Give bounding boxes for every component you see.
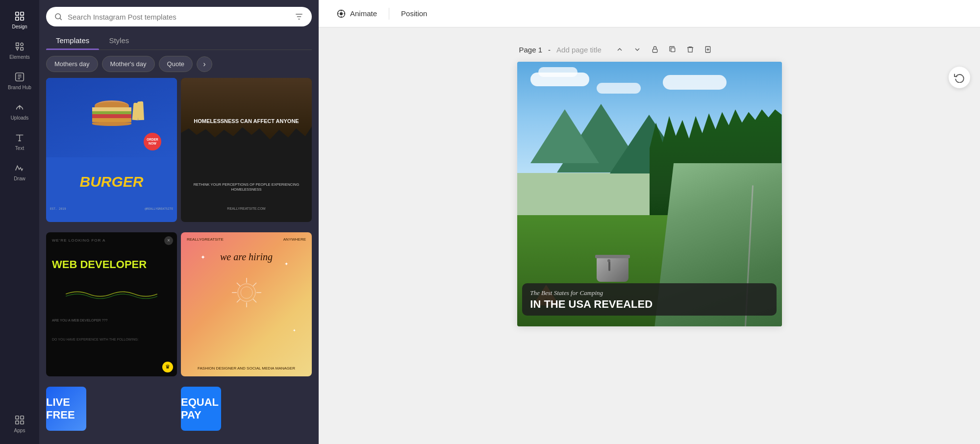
svg-line-18 xyxy=(237,283,240,286)
svg-rect-25 xyxy=(671,48,675,52)
sidebar-item-design-label: Design xyxy=(12,24,27,29)
svg-rect-0 xyxy=(16,12,19,15)
duplicate-button[interactable] xyxy=(665,42,680,57)
homeless-url: REALLYREATSITE.COM xyxy=(181,207,312,210)
sidebar-item-uploads[interactable]: Uploads xyxy=(0,96,39,126)
star-1: ✦ xyxy=(201,254,205,261)
svg-point-12 xyxy=(238,284,255,301)
chip-quote[interactable]: Quote xyxy=(159,56,193,72)
sidebar-item-elements-label: Elements xyxy=(9,54,30,60)
mountain-2 xyxy=(530,109,599,163)
sidebar-item-design[interactable]: Design xyxy=(0,5,39,35)
sidebar: Design Elements Brand Hub Uploads Text xyxy=(0,0,39,444)
brand-hub-icon xyxy=(14,72,25,82)
tab-styles[interactable]: Styles xyxy=(99,31,139,49)
svg-line-21 xyxy=(237,299,240,302)
grid-icon xyxy=(14,11,25,22)
animate-button[interactable]: Animate xyxy=(328,5,385,23)
page-header: Page 1 - Add page title xyxy=(517,42,715,57)
svg-point-4 xyxy=(21,43,24,46)
svg-rect-24 xyxy=(653,49,657,52)
add-page-button[interactable] xyxy=(701,42,715,57)
template-card-hiring[interactable]: REALLYGREATSITE ANYWHERE xyxy=(181,232,312,376)
duplicate-icon xyxy=(669,46,677,53)
trash-icon xyxy=(686,46,694,53)
main-area: Animate Position Page 1 - Add page title xyxy=(319,0,980,444)
webdev-body: DO YOU HAVE EXPERIENCE WITH THE FOLLOWIN… xyxy=(52,338,171,341)
sidebar-item-uploads-label: Uploads xyxy=(11,115,29,121)
svg-rect-7 xyxy=(16,416,19,419)
animate-label: Animate xyxy=(350,9,377,18)
lock-button[interactable] xyxy=(648,42,662,57)
chevron-up-button[interactable] xyxy=(612,42,627,57)
svg-rect-8 xyxy=(21,416,24,419)
canvas-page[interactable]: The Best States for Camping IN THE USA R… xyxy=(517,62,782,326)
cloud-2 xyxy=(597,83,641,94)
sidebar-item-draw[interactable]: Draw xyxy=(0,157,39,187)
search-input[interactable] xyxy=(68,13,289,21)
sidebar-item-draw-label: Draw xyxy=(14,176,25,181)
hiring-top: REALLYGREATSITE ANYWHERE xyxy=(187,237,306,242)
homeless-text: HOMELESSNESS CAN AFFECT ANYONE xyxy=(181,114,312,128)
sidebar-item-brand-hub[interactable]: Brand Hub xyxy=(0,66,39,96)
svg-rect-10 xyxy=(21,421,24,424)
svg-rect-3 xyxy=(21,17,24,20)
draw-icon xyxy=(14,163,25,173)
left-panel: Templates Styles Mothers day Mother's da… xyxy=(39,0,319,444)
burger-badge: ORDER NOW xyxy=(144,133,161,150)
template-card-burger[interactable]: ORDER NOW BURGER EST. 2019 @REALLYGREATS… xyxy=(46,78,177,222)
filter-icon[interactable] xyxy=(294,12,304,22)
template-card-live-free[interactable]: LIVE FREE xyxy=(46,387,86,431)
sidebar-item-apps[interactable]: Apps xyxy=(0,409,39,439)
canvas-area: Page 1 - Add page title xyxy=(319,27,980,444)
sidebar-item-text[interactable]: Text xyxy=(0,126,39,157)
hiring-sun xyxy=(229,275,264,312)
svg-point-11 xyxy=(55,14,61,19)
elements-icon xyxy=(14,41,25,52)
webdev-close-button[interactable]: × xyxy=(164,236,173,245)
template-card-equal-pay[interactable]: EQUAL PAY xyxy=(181,387,221,431)
svg-rect-2 xyxy=(16,17,19,20)
toolbar-divider xyxy=(389,8,389,20)
template-card-webdev[interactable]: WE'RE LOOKING FOR A WEB DEVELOPER ARE YO… xyxy=(46,232,177,376)
template-card-homeless[interactable]: HOMELESSNESS CAN AFFECT ANYONE HOMELESSN… xyxy=(181,78,312,222)
position-button[interactable]: Position xyxy=(393,5,435,22)
chip-mothers-day-apos[interactable]: Mother's day xyxy=(102,56,155,72)
chips-scroll-arrow[interactable]: › xyxy=(197,56,212,72)
hiring-role: FASHION DESIGNER AND SOCIAL MEDIA MANAGE… xyxy=(187,366,306,371)
webdev-spacer xyxy=(52,356,171,370)
svg-rect-9 xyxy=(16,421,19,424)
tab-templates[interactable]: Templates xyxy=(46,31,99,49)
page-label: Page 1 xyxy=(519,46,543,54)
page-separator: - xyxy=(548,46,551,54)
refresh-button[interactable] xyxy=(949,67,970,88)
search-icon xyxy=(54,12,63,21)
webdev-crown-badge: ♛ xyxy=(162,362,173,372)
chevron-down-button[interactable] xyxy=(630,42,645,57)
star-2: ✦ xyxy=(284,261,288,267)
chevron-down-icon xyxy=(633,46,641,53)
webdev-wave xyxy=(52,287,171,301)
canvas-image: The Best States for Camping IN THE USA R… xyxy=(517,62,782,326)
lock-icon xyxy=(651,46,659,53)
webdev-title-container: WEB DEVELOPER xyxy=(52,259,171,270)
sidebar-item-elements[interactable]: Elements xyxy=(0,35,39,66)
page-title-add[interactable]: Add page title xyxy=(556,46,602,54)
chevron-up-icon xyxy=(616,46,624,53)
webdev-top: WE'RE LOOKING FOR A xyxy=(52,238,171,243)
templates-grid: ORDER NOW BURGER EST. 2019 @REALLYGREATS… xyxy=(39,78,319,444)
tabs-container: Templates Styles xyxy=(46,31,312,50)
chip-mothers-day[interactable]: Mothers day xyxy=(46,56,98,72)
apps-icon xyxy=(14,415,25,425)
uploads-icon xyxy=(14,102,25,113)
top-toolbar: Animate Position xyxy=(319,0,980,27)
svg-rect-1 xyxy=(21,12,24,15)
sidebar-item-apps-label: Apps xyxy=(14,428,25,433)
caption-subtitle: The Best States for Camping xyxy=(530,289,768,297)
burger-footer: EST. 2019 @REALLYGREATSITE xyxy=(46,207,177,210)
svg-rect-5 xyxy=(21,48,24,50)
sidebar-item-brand-hub-label: Brand Hub xyxy=(8,85,31,90)
delete-button[interactable] xyxy=(683,42,698,57)
refresh-icon xyxy=(954,72,965,83)
cloud-1b xyxy=(538,67,578,77)
